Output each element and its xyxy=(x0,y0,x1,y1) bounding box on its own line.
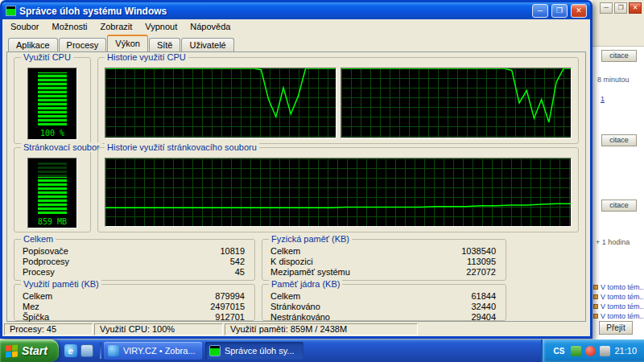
pagefile-caption: Stránkovací soubor xyxy=(21,142,102,152)
stat-value: 227072 xyxy=(466,267,496,278)
menu-moznosti[interactable]: Možnosti xyxy=(45,20,93,33)
topic-link-label: V tomto tém... xyxy=(601,293,644,301)
quick-launch: e xyxy=(59,339,99,362)
menu-napoveda[interactable]: Nápověda xyxy=(184,20,237,33)
tab-procesy[interactable]: Procesy xyxy=(59,38,107,51)
task-manager-icon xyxy=(209,345,221,356)
language-indicator[interactable]: CS xyxy=(551,346,568,356)
kernel-memory-group: Paměť jádra (KB) Celkem 61844 Stránkován… xyxy=(262,284,506,321)
totals-caption: Celkem xyxy=(21,234,56,244)
tab-aplikace[interactable]: Aplikace xyxy=(8,38,58,51)
stat-label: K dispozici xyxy=(270,257,313,267)
pagefile-history-group: Historie využití stránkovacího souboru xyxy=(97,147,579,232)
antivirus-tray-icon[interactable] xyxy=(571,346,581,356)
performance-tab-panel: Využití CPU 100 % Historie využití CPU xyxy=(6,51,586,322)
citace-button[interactable]: citace xyxy=(601,50,637,62)
show-desktop-icon[interactable] xyxy=(80,344,93,357)
cpu-history-line-2 xyxy=(341,68,572,138)
physical-memory-group: Fyzická paměť (KB) Celkem 1038540 K disp… xyxy=(262,239,506,281)
topic-icon xyxy=(593,285,598,290)
stat-value: 29404 xyxy=(471,312,496,323)
stat-value: 1038540 xyxy=(461,246,496,257)
pagefile-value: 859 MB xyxy=(28,217,76,226)
cpu-history-line-1 xyxy=(105,68,336,138)
topic-link[interactable]: V tomto tém... xyxy=(593,293,644,301)
taskbar: Start e VIRY.CZ • Zobra... Správce úloh … xyxy=(0,339,644,362)
topic-link-label: V tomto tém... xyxy=(601,312,644,320)
stat-label: Procesy xyxy=(23,267,55,278)
volume-icon[interactable] xyxy=(600,346,610,356)
browser-maximize-button[interactable]: ❐ xyxy=(614,2,627,14)
cpu-usage-group: Využití CPU 100 % xyxy=(14,57,91,144)
stat-value: 32440 xyxy=(471,302,496,312)
system-tray: CS 21:10 xyxy=(541,339,644,362)
cpu-history-group: Historie využití CPU xyxy=(97,57,579,144)
stat-value: 61844 xyxy=(471,291,496,302)
stat-row: Nestránkováno 29404 xyxy=(270,312,496,323)
stat-label: Celkem xyxy=(270,246,300,257)
pagefile-history-graph xyxy=(105,158,572,227)
topic-link-label: V tomto tém... xyxy=(601,302,644,311)
browser-close-button[interactable]: ✕ xyxy=(629,2,642,14)
close-button[interactable]: ✕ xyxy=(571,4,587,18)
start-button[interactable]: Start xyxy=(0,339,59,362)
physical-memory-caption: Fyzická paměť (KB) xyxy=(269,234,352,244)
topic-link[interactable]: V tomto tém... xyxy=(593,302,644,311)
task-button-browser[interactable]: VIRY.CZ • Zobra... xyxy=(104,342,202,360)
kernel-memory-caption: Paměť jádra (KB) xyxy=(269,279,342,289)
stat-row: Celkem 1038540 xyxy=(270,246,496,257)
stat-value: 10819 xyxy=(220,246,245,257)
stat-label: Podprocesy xyxy=(23,257,69,267)
status-bar: Procesy: 45 Využití CPU: 100% Využití pa… xyxy=(2,323,590,336)
cpu-led-lit xyxy=(38,72,67,125)
maximize-button[interactable]: ❐ xyxy=(551,4,568,18)
internet-explorer-icon[interactable]: e xyxy=(64,344,77,357)
commit-charge-caption: Využití paměti (KB) xyxy=(21,279,101,289)
cpu-led-stack xyxy=(38,72,67,125)
browser-window-controls: ─ ❐ ✕ xyxy=(600,2,642,14)
stat-label: Mezipaměť systému xyxy=(270,267,350,278)
topic-links: V tomto tém... V tomto tém... V tomto té… xyxy=(593,283,644,320)
stat-label: Stránkováno xyxy=(270,302,320,312)
minimize-button[interactable]: ─ xyxy=(532,4,548,18)
stat-row: Stránkováno 32440 xyxy=(270,302,496,312)
totals-group: Celkem Popisovače 10819 Podprocesy 542 P… xyxy=(14,239,255,281)
stat-value: 2497015 xyxy=(210,302,245,312)
menu-vypnout[interactable]: Vypnout xyxy=(138,20,184,33)
topic-link[interactable]: V tomto tém... xyxy=(593,283,644,291)
go-button[interactable]: Přejít xyxy=(599,321,633,335)
stat-label: Mez xyxy=(23,302,39,312)
stat-row: K dispozici 113095 xyxy=(270,257,496,267)
status-cpu-usage: Využití CPU: 100% xyxy=(94,323,223,335)
page-number-link[interactable]: 1 xyxy=(601,95,605,103)
cpu-history-caption: Historie využití CPU xyxy=(105,52,188,62)
title-bar[interactable]: Správce úloh systému Windows ─ ❐ ✕ xyxy=(2,2,590,19)
pagefile-gauge: 859 MB xyxy=(27,158,77,228)
status-memory-usage: Využití paměti: 859M / 2438M xyxy=(225,323,418,335)
time-ago-text: 8 minutou xyxy=(597,76,630,84)
topic-link[interactable]: V tomto tém... xyxy=(593,312,644,320)
tab-site[interactable]: Sítě xyxy=(149,38,181,51)
tray-icon-red[interactable] xyxy=(585,346,596,356)
tab-vykon[interactable]: Výkon xyxy=(107,35,148,51)
start-button-label: Start xyxy=(22,344,47,357)
pagefile-history-line xyxy=(105,158,571,226)
topic-icon xyxy=(593,304,598,309)
citace-button[interactable]: citace xyxy=(601,200,637,212)
menu-zobrazit[interactable]: Zobrazit xyxy=(94,20,139,33)
tab-uzivatele[interactable]: Uživatelé xyxy=(181,38,233,51)
stat-label: Celkem xyxy=(270,291,300,302)
browser-minimize-button[interactable]: ─ xyxy=(600,2,613,14)
cpu-usage-gauge: 100 % xyxy=(27,68,77,140)
stat-row: Procesy 45 xyxy=(23,267,245,278)
stat-row: Mez 2497015 xyxy=(23,302,245,312)
citace-button[interactable]: citace xyxy=(601,134,637,146)
menu-soubor[interactable]: Soubor xyxy=(4,20,45,33)
task-button-task-manager[interactable]: Správce úloh sy... xyxy=(205,342,303,360)
taskbar-divider xyxy=(100,343,101,359)
stat-row: Celkem 61844 xyxy=(270,291,496,302)
plus-hour-text: + 1 hodina xyxy=(596,238,630,246)
stat-label: Špička xyxy=(23,312,49,323)
status-processes: Procesy: 45 xyxy=(4,323,93,335)
tab-strip: Aplikace Procesy Výkon Sítě Uživatelé xyxy=(6,34,586,51)
